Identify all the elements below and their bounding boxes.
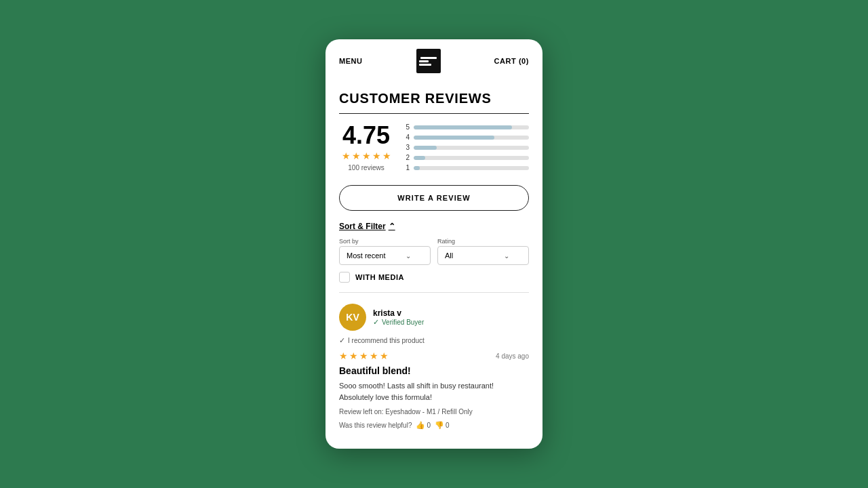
thumbs-up-count: 0 (427, 422, 431, 429)
review-product: Review left on: Eyeshadow - M1 / Refill … (339, 408, 529, 415)
sort-filter-chevron-icon: ⌃ (389, 222, 395, 231)
avatar: KV (339, 304, 366, 331)
phone-container: MENU CART (0) CUSTOMER REVIEWS 4.75 ★ ★ … (326, 39, 542, 449)
nav-bar: MENU CART (0) (326, 39, 542, 80)
cart-button[interactable]: CART (0) (494, 57, 529, 65)
verified-row: ✓ Verified Buyer (373, 318, 424, 327)
review-title: Beautiful blend! (339, 365, 529, 376)
with-media-row: WITH MEDIA (339, 272, 529, 283)
menu-button[interactable]: MENU (339, 57, 363, 65)
rating-group: Rating All ⌄ (437, 238, 529, 265)
helpful-label: Was this review helpful? (339, 422, 412, 429)
recommend-label: I recommend this product (348, 337, 425, 344)
bar-track (414, 125, 529, 129)
thumbs-up-button[interactable]: 👍 0 (416, 421, 431, 430)
review-card: KV krista v ✓ Verified Buyer ✓ I recomme… (339, 304, 529, 438)
logo-line-2 (419, 60, 429, 62)
bar-row: 1 (404, 164, 529, 171)
bar-fill (414, 156, 425, 160)
recommend-check-icon: ✓ (339, 336, 345, 345)
bar-label: 5 (404, 123, 410, 131)
bar-label: 2 (404, 154, 410, 161)
verified-check-icon: ✓ (373, 318, 379, 327)
review-star-3: ★ (359, 350, 368, 361)
write-review-button[interactable]: WRITE A REVIEW (339, 185, 529, 211)
sort-by-label: Sort by (339, 238, 431, 245)
reviewer-info: krista v ✓ Verified Buyer (373, 308, 424, 327)
sort-by-select[interactable]: Most recent ⌄ (339, 246, 431, 265)
review-date: 4 days ago (496, 352, 529, 360)
rating-value: All (445, 251, 453, 260)
logo-box (416, 49, 441, 73)
review-star-1: ★ (339, 350, 348, 361)
review-body: Sooo smooth! Lasts all shift in busy res… (339, 380, 529, 403)
rating-chevron-icon: ⌄ (504, 252, 509, 260)
thumbs-down-button[interactable]: 👎 0 (435, 421, 450, 430)
sort-filter-row: Sort by Most recent ⌄ Rating All ⌄ (339, 238, 529, 265)
with-media-label: WITH MEDIA (355, 273, 404, 281)
review-star-5: ★ (380, 350, 389, 361)
bar-fill (414, 125, 512, 129)
bar-label: 1 (404, 164, 410, 171)
bar-label: 3 (404, 144, 410, 151)
star-4: ★ (372, 150, 381, 161)
recommend-row: ✓ I recommend this product (339, 336, 529, 345)
verified-label: Verified Buyer (382, 319, 424, 326)
reviewer-row: KV krista v ✓ Verified Buyer (339, 304, 529, 331)
rating-left: 4.75 ★ ★ ★ ★ ★ 100 reviews (339, 123, 393, 171)
helpful-row: Was this review helpful? 👍 0 👎 0 (339, 421, 529, 430)
star-2: ★ (352, 150, 361, 161)
page-title: CUSTOMER REVIEWS (339, 91, 529, 106)
bar-row: 5 (404, 123, 529, 131)
sort-filter-label: Sort & Filter (339, 222, 386, 231)
review-stars: ★ ★ ★ ★ ★ (339, 350, 389, 361)
rating-select[interactable]: All ⌄ (437, 246, 529, 265)
review-star-2: ★ (349, 350, 358, 361)
sort-filter-toggle[interactable]: Sort & Filter ⌃ (339, 222, 529, 231)
review-count: 100 reviews (348, 164, 384, 171)
thumbs-down-icon: 👎 (435, 421, 444, 430)
bar-track (414, 146, 529, 150)
review-star-4: ★ (370, 350, 378, 361)
average-stars: ★ ★ ★ ★ ★ (342, 150, 391, 161)
rating-bars: 5 4 3 2 1 (404, 123, 529, 174)
sort-by-chevron-icon: ⌄ (406, 252, 411, 260)
rating-label: Rating (437, 238, 529, 245)
logo-line-3 (419, 64, 431, 66)
rating-summary: 4.75 ★ ★ ★ ★ ★ 100 reviews 5 4 (339, 123, 529, 174)
with-media-checkbox[interactable] (339, 272, 350, 283)
bar-track (414, 166, 529, 170)
logo[interactable] (416, 49, 441, 73)
reviews-divider (339, 292, 529, 293)
title-divider (339, 113, 529, 114)
star-5: ★ (382, 150, 391, 161)
bar-label: 4 (404, 134, 410, 141)
bar-fill (414, 146, 437, 150)
bar-track (414, 136, 529, 140)
bar-row: 3 (404, 144, 529, 151)
sort-by-group: Sort by Most recent ⌄ (339, 238, 431, 265)
avatar-initials: KV (346, 312, 359, 323)
bar-row: 2 (404, 154, 529, 161)
bar-fill (414, 136, 494, 140)
logo-line-1 (420, 57, 437, 59)
content-area: CUSTOMER REVIEWS 4.75 ★ ★ ★ ★ ★ 100 revi… (326, 80, 542, 449)
thumbs-up-icon: 👍 (416, 421, 425, 430)
review-stars-date: ★ ★ ★ ★ ★ 4 days ago (339, 350, 529, 361)
bar-track (414, 156, 529, 160)
thumbs-down-count: 0 (446, 422, 450, 429)
reviewer-name: krista v (373, 308, 424, 318)
average-rating: 4.75 (342, 123, 390, 148)
bar-fill (414, 166, 420, 170)
star-3: ★ (362, 150, 371, 161)
sort-by-value: Most recent (347, 251, 385, 260)
bar-row: 4 (404, 134, 529, 141)
star-1: ★ (342, 150, 351, 161)
